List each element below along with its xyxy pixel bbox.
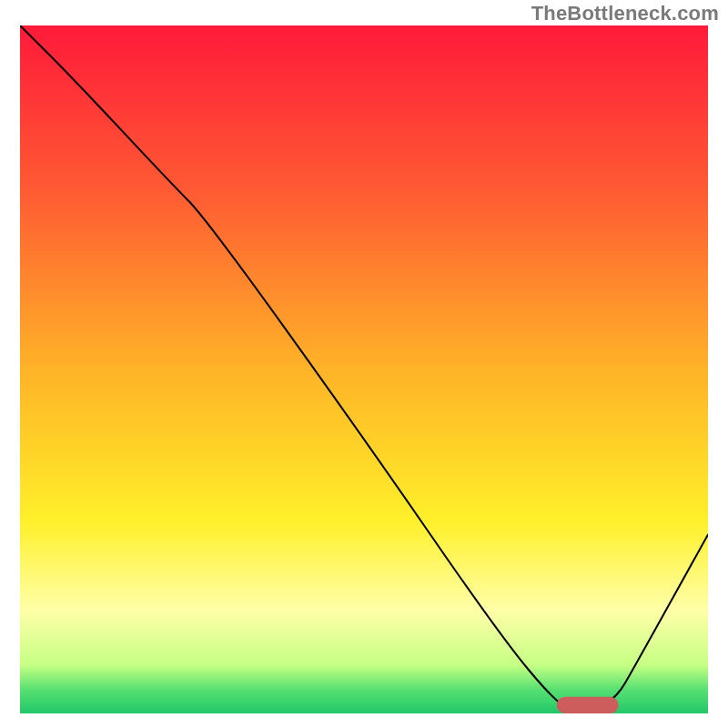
chart-svg [20, 25, 708, 713]
optimal-range-bar [557, 697, 619, 713]
chart-plot [20, 25, 708, 713]
chart-stage: TheBottleneck.com [0, 0, 728, 728]
plot-background [20, 25, 708, 713]
watermark-label: TheBottleneck.com [531, 2, 719, 25]
